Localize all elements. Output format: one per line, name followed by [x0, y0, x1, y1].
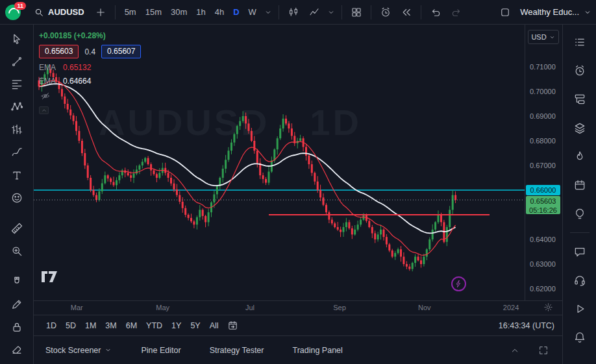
layout-name-button[interactable]: Wealthy Educ... — [516, 5, 592, 19]
eraser-button[interactable] — [6, 339, 27, 360]
ruler-button[interactable] — [6, 218, 27, 239]
alerts-button[interactable] — [569, 60, 590, 82]
clock-label[interactable]: 16:43:34 (UTC) — [499, 321, 556, 330]
range-ytd[interactable]: YTD — [142, 319, 167, 333]
price-tick: 0.64000 — [530, 236, 556, 243]
notifications-bell-button[interactable] — [569, 326, 590, 348]
symbol-search-button[interactable]: AUDUSD — [29, 5, 90, 20]
interval-1h[interactable]: 1h — [192, 4, 210, 20]
support-headset-button[interactable] — [569, 269, 590, 291]
create-alert-button[interactable] — [376, 3, 395, 22]
logo-button[interactable]: 11 — [4, 3, 25, 22]
bar-pattern-button[interactable] — [6, 119, 27, 140]
ema-slow-row[interactable]: EMA 0.64664 — [39, 77, 141, 86]
range-3m[interactable]: 3M — [101, 319, 121, 333]
range-1y[interactable]: 1Y — [167, 319, 186, 333]
go-to-date-button[interactable] — [225, 317, 242, 334]
time-tick: Sep — [333, 304, 346, 311]
save-layout-button[interactable] — [495, 3, 515, 22]
candles-style-button[interactable] — [284, 3, 303, 22]
toolbar-divider — [341, 5, 342, 19]
magnet-icon — [10, 275, 23, 288]
interval-W[interactable]: W — [244, 4, 261, 20]
chart-area[interactable]: AUDUSD · 1D +0.00185 (+0.28%) 0.65603 0.… — [34, 25, 525, 300]
trend-line-button[interactable] — [6, 51, 27, 72]
range-toolbar: 1D5D1M3M6MYTD1Y5YAll 16:43:34 (UTC) — [34, 315, 562, 335]
pencil-button[interactable] — [6, 294, 27, 315]
chart-settings-button[interactable] — [543, 302, 553, 312]
range-6m[interactable]: 6M — [121, 319, 142, 333]
redo-icon — [451, 6, 462, 18]
brush-button[interactable] — [6, 142, 27, 163]
redo-button[interactable] — [447, 3, 466, 22]
hide-indicator-button[interactable] — [39, 90, 52, 102]
range-1d[interactable]: 1D — [42, 319, 61, 333]
chevron-down-icon — [264, 8, 273, 17]
time-tick: Jul — [245, 304, 255, 311]
tab-trading-panel[interactable]: Trading Panel — [292, 346, 342, 355]
chart-row: AUDUSD · 1D +0.00185 (+0.28%) 0.65603 0.… — [34, 25, 562, 300]
layers-button[interactable] — [569, 117, 590, 139]
interval-menu-button[interactable] — [262, 3, 274, 21]
panel-maximize-button[interactable] — [534, 341, 553, 360]
hotlist-flame-button[interactable] — [569, 145, 590, 167]
interval-D[interactable]: D — [229, 4, 243, 20]
interval-30m[interactable]: 30m — [166, 4, 192, 20]
toolbar-divider — [421, 5, 421, 19]
range-5d[interactable]: 5D — [61, 319, 81, 333]
idea-bulb-button[interactable] — [569, 202, 590, 224]
tab-stock-screener[interactable]: Stock Screener — [45, 346, 112, 355]
price-change-row: +0.00185 (+0.28%) — [39, 31, 141, 40]
price-tick: 0.70000 — [530, 88, 556, 95]
ema-fast-label: EMA — [39, 63, 56, 72]
compare-add-button[interactable] — [91, 3, 110, 22]
legend-collapse-button[interactable] — [39, 106, 49, 114]
currency-select[interactable]: USD — [528, 30, 559, 44]
chevron-up-icon — [510, 345, 520, 356]
tradingview-logo[interactable] — [42, 271, 61, 285]
time-axis[interactable]: MarMayJulSepNov2024 — [34, 300, 562, 315]
sell-price-button[interactable]: 0.65603 — [39, 45, 79, 58]
chart-style-menu-button[interactable] — [325, 3, 337, 21]
calendar-button[interactable] — [569, 174, 590, 196]
buy-price-button[interactable]: 0.65607 — [101, 45, 141, 58]
range-1m[interactable]: 1M — [81, 319, 101, 333]
emoji-button[interactable] — [6, 188, 27, 208]
chat-icon — [573, 245, 586, 258]
tab-strategy-tester[interactable]: Strategy Tester — [210, 346, 264, 355]
xabcd-pattern-button[interactable] — [6, 97, 27, 117]
interval-5m[interactable]: 5m — [120, 4, 141, 20]
object-tree-icon — [573, 93, 586, 106]
chart-style-button[interactable] — [304, 3, 324, 22]
toolbar-divider — [371, 5, 371, 19]
price-tick: 0.71000 — [530, 63, 556, 71]
cursor-button[interactable] — [6, 29, 27, 49]
toolbar-divider — [115, 5, 116, 19]
multichart-layout-button[interactable] — [347, 3, 366, 22]
ema-fast-row[interactable]: EMA 0.65132 — [39, 63, 141, 72]
zoom-button[interactable] — [6, 241, 27, 261]
lock-button[interactable] — [6, 317, 27, 337]
chat-button[interactable] — [569, 241, 590, 263]
panel-expand-button[interactable] — [505, 341, 525, 360]
stream-play-button[interactable] — [569, 298, 590, 320]
interval-4h[interactable]: 4h — [210, 4, 229, 20]
range-5y[interactable]: 5Y — [186, 319, 205, 333]
watchlist-icon — [573, 36, 586, 49]
watchlist-button[interactable] — [569, 31, 590, 53]
price-axis[interactable]: USD 0.710000.700000.690000.680000.670000… — [525, 25, 562, 300]
range-all[interactable]: All — [205, 319, 223, 333]
object-tree-button[interactable] — [569, 88, 590, 110]
interval-15m[interactable]: 15m — [141, 4, 166, 20]
bar-replay-button[interactable] — [397, 3, 416, 22]
lock-icon — [10, 321, 23, 334]
magnet-button[interactable] — [6, 271, 27, 292]
instant-trading-button[interactable] — [451, 276, 466, 291]
chevron-up-icon — [41, 107, 47, 114]
ema-slow-value: 0.64664 — [63, 77, 91, 86]
text-button[interactable] — [6, 165, 27, 186]
undo-button[interactable] — [426, 3, 445, 22]
fib-retracement-button[interactable] — [6, 74, 27, 95]
trend-line-icon — [10, 55, 23, 68]
tab-pine-editor[interactable]: Pine Editor — [141, 346, 180, 355]
